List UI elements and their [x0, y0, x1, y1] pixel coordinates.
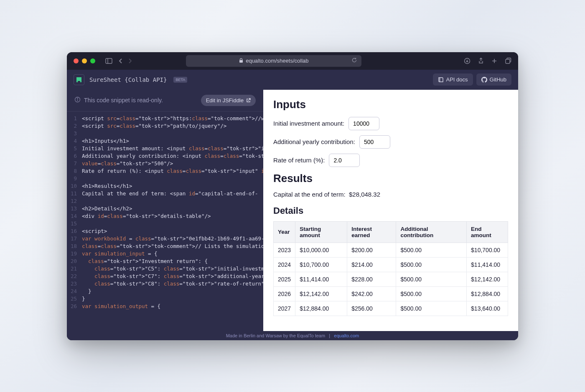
book-icon	[438, 77, 444, 83]
table-header-cell: End amount	[467, 221, 508, 243]
code-line: 11Capital at the end of term: <span id="…	[67, 190, 263, 197]
download-icon[interactable]	[464, 58, 471, 64]
github-icon	[481, 77, 487, 83]
new-tab-icon[interactable]	[491, 58, 497, 64]
forward-icon[interactable]	[128, 58, 132, 64]
preview-panel: Inputs Initial investment amount: Additi…	[263, 90, 518, 331]
minimize-window-button[interactable]	[82, 58, 87, 63]
rate-of-return-input[interactable]	[329, 154, 360, 167]
close-window-button[interactable]	[74, 58, 79, 63]
info-icon	[74, 96, 81, 104]
code-line: 22 class="tok-str">"C7": class="tok-str"…	[67, 273, 263, 280]
code-line: 6Additional yearly contribution: <input …	[67, 152, 263, 160]
table-cell: $10,700.00	[467, 243, 508, 257]
code-line: 20 class="tok-str">"Investment return": …	[67, 258, 263, 265]
svg-line-12	[248, 99, 250, 101]
app-header: SureSheet {Collab API} BETA API docs Git…	[67, 70, 518, 90]
svg-rect-7	[506, 59, 510, 63]
table-header-cell: Starting amount	[295, 221, 347, 243]
svg-rect-2	[239, 60, 243, 63]
table-cell: $228.00	[347, 272, 396, 286]
back-icon[interactable]	[118, 58, 122, 64]
traffic-lights	[74, 58, 95, 63]
additional-contribution-label: Additional yearly contribution:	[273, 138, 355, 145]
table-cell: 2024	[274, 257, 295, 272]
lock-icon	[239, 58, 243, 64]
table-cell: $500.00	[396, 286, 467, 301]
code-line: 18class=class="tok-str">"tok-comment">//…	[67, 243, 263, 250]
code-line: 9	[67, 175, 263, 182]
code-line: 2<script src=class="tok-str">"path/to/jq…	[67, 122, 263, 130]
code-line: 21 class="tok-str">"C5": class="tok-str"…	[67, 265, 263, 273]
readonly-label: This code snippet is read-only.	[84, 97, 198, 104]
beta-badge: BETA	[173, 77, 187, 83]
url-text: equalto.com/sheets/collab	[246, 58, 308, 64]
table-cell: $500.00	[396, 257, 467, 272]
browser-window: equalto.com/sheets/collab SureSheet {Col…	[67, 52, 518, 340]
initial-investment-label: Initial investment amount:	[273, 120, 344, 127]
input-row-initial: Initial investment amount:	[273, 117, 508, 130]
code-line: 23 class="tok-str">"C8": class="tok-str"…	[67, 280, 263, 288]
input-row-rate: Rate of return (%):	[273, 154, 508, 167]
tabs-icon[interactable]	[505, 58, 511, 64]
rate-of-return-label: Rate of return (%):	[273, 157, 325, 164]
code-line: 3	[67, 130, 263, 137]
table-cell: 2023	[274, 243, 295, 257]
api-docs-button[interactable]: API docs	[433, 73, 473, 86]
input-row-additional: Additional yearly contribution:	[273, 135, 508, 149]
table-cell: $214.00	[347, 257, 396, 272]
table-body: 2023$10,000.00$200.00$500.00$10,700.0020…	[274, 243, 508, 316]
table-cell: $12,884.00	[295, 301, 347, 316]
reload-icon[interactable]	[351, 57, 357, 64]
app-title: SureSheet {Collab API}	[89, 76, 167, 83]
initial-investment-input[interactable]	[348, 117, 379, 130]
code-line: 1<script src=class="tok-str">"https:clas…	[67, 115, 263, 122]
maximize-window-button[interactable]	[90, 58, 95, 63]
edit-jsfiddle-button[interactable]: Edit in JSFiddle	[201, 95, 256, 106]
table-row: 2023$10,000.00$200.00$500.00$10,700.00	[274, 243, 508, 257]
code-line: 7value=class="tok-str">"500"/>	[67, 160, 263, 167]
table-row: 2026$12,142.00$242.00$500.00$12,884.00	[274, 286, 508, 301]
footer: Made in Berlin and Warsaw by the EqualTo…	[67, 331, 518, 340]
table-row: 2025$11,414.00$228.00$500.00$12,142.00	[274, 272, 508, 286]
table-cell: $200.00	[347, 243, 396, 257]
table-cell: $10,700.00	[295, 257, 347, 272]
table-cell: $13,640.00	[467, 301, 508, 316]
table-cell: $256.00	[347, 301, 396, 316]
code-line: 24 }	[67, 288, 263, 295]
details-heading: Details	[273, 205, 508, 216]
svg-rect-0	[106, 58, 112, 63]
table-cell: $500.00	[396, 301, 467, 316]
code-line: 15	[67, 220, 263, 228]
table-cell: 2025	[274, 272, 295, 286]
code-line: 17var workbookId = class="tok-str">"0e1f…	[67, 235, 263, 243]
capital-label: Capital at the end of term:	[273, 191, 346, 198]
code-panel: This code snippet is read-only. Edit in …	[67, 90, 263, 331]
table-row: 2027$12,884.00$256.00$500.00$13,640.00	[274, 301, 508, 316]
sidebar-toggle-icon[interactable]	[105, 58, 112, 64]
code-line: 19var simulation_input = {	[67, 250, 263, 258]
table-cell: $10,000.00	[295, 243, 347, 257]
table-cell: $500.00	[396, 243, 467, 257]
footer-text: Made in Berlin and Warsaw by the EqualTo…	[226, 333, 325, 338]
capital-value: $28,048.32	[349, 191, 380, 198]
external-link-icon	[246, 98, 251, 103]
table-header-cell: Interest earned	[347, 221, 396, 243]
footer-link[interactable]: equalto.com	[334, 333, 359, 338]
table-cell: $12,142.00	[295, 286, 347, 301]
share-icon[interactable]	[478, 58, 484, 64]
results-heading: Results	[273, 172, 508, 185]
github-button[interactable]: GitHub	[476, 73, 511, 86]
code-line: 25}	[67, 295, 263, 303]
code-line: 16<script>	[67, 228, 263, 235]
titlebar: equalto.com/sheets/collab	[67, 52, 518, 70]
code-toolbar: This code snippet is read-only. Edit in …	[67, 90, 263, 111]
table-header-cell: Year	[274, 221, 295, 243]
main-area: This code snippet is read-only. Edit in …	[67, 90, 518, 331]
code-line: 12	[67, 197, 263, 205]
url-bar[interactable]: equalto.com/sheets/collab	[186, 55, 361, 67]
code-editor[interactable]: 1<script src=class="tok-str">"https:clas…	[67, 111, 263, 331]
table-cell: $11,414.00	[295, 272, 347, 286]
additional-contribution-input[interactable]	[359, 135, 390, 149]
result-line: Capital at the end of term: $28,048.32	[273, 191, 508, 198]
